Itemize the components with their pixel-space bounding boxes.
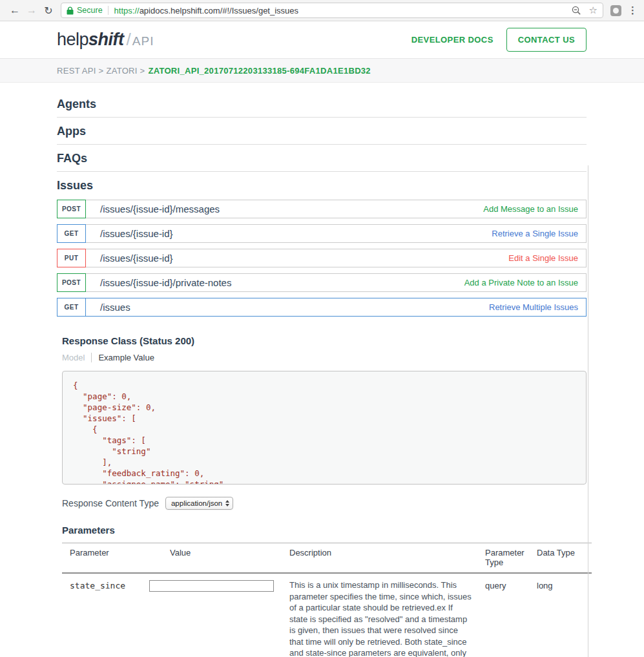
example-json-block[interactable]: { "page": 0, "page-size": 0, "issues": [… <box>62 371 587 485</box>
header-parameter: Parameter <box>62 548 149 567</box>
param-type: query <box>479 579 529 657</box>
response-content-type-select[interactable]: application/json <box>165 497 233 510</box>
select-stepper-icon <box>225 500 229 506</box>
section-apps: Apps <box>57 125 587 145</box>
section-title-agents[interactable]: Agents <box>57 98 587 111</box>
endpoint-get-issues[interactable]: GET /issues Retrieve Multiple Issues <box>57 298 587 317</box>
header-parameter-type: Parameter Type <box>479 548 529 567</box>
endpoint-summary-link[interactable]: Retrieve Multiple Issues <box>489 302 578 312</box>
extension-icon[interactable] <box>610 5 621 16</box>
breadcrumb-current-link[interactable]: ZATORI_API_20170712203133185-694FA1DA1E1… <box>148 66 370 76</box>
section-divider <box>57 117 587 118</box>
expanded-operation: Response Class (Status 200) Model Exampl… <box>57 322 587 657</box>
param-data-type: long <box>529 579 592 657</box>
header-data-type: Data Type <box>529 548 592 567</box>
url-text[interactable]: https://apidocs.helpshift.com/#!/Issues/… <box>114 6 298 16</box>
param-description: This is a unix timestamp in milliseconds… <box>282 579 479 657</box>
logo-shift-text: shift <box>88 30 124 50</box>
section-title-apps[interactable]: Apps <box>57 125 587 138</box>
endpoint-summary-link[interactable]: Add a Private Note to an Issue <box>464 278 578 287</box>
helpshift-logo[interactable]: helpshift/API <box>57 30 154 50</box>
header-value: Value <box>149 548 282 567</box>
logo-api-text: API <box>132 34 154 48</box>
endpoint-path: /issues/{issue-id} <box>100 228 173 239</box>
endpoint-path: /issues/{issue-id}/messages <box>100 203 220 214</box>
tab-example-value[interactable]: Example Value <box>98 353 154 362</box>
developer-docs-link[interactable]: DEVELOPER DOCS <box>411 35 493 45</box>
breadcrumb: REST API > ZATORI > ZATORI_API_201707122… <box>0 59 644 83</box>
method-badge-put: PUT <box>57 249 86 267</box>
section-faqs: FAQs <box>57 152 587 172</box>
site-header: helpshift/API DEVELOPER DOCS CONTACT US <box>0 21 644 59</box>
response-content-type-label: Response Content Type <box>62 498 159 508</box>
endpoint-path: /issues <box>100 302 130 313</box>
response-tabs: Model Example Value <box>62 353 587 362</box>
response-content-type-row: Response Content Type application/json <box>62 497 587 510</box>
url-scheme: https:// <box>114 6 140 16</box>
header-description: Description <box>282 548 479 567</box>
bookmark-star-icon[interactable]: ☆ <box>589 5 597 16</box>
section-issues: Issues <box>57 179 587 193</box>
endpoint-put-single-issue[interactable]: PUT /issues/{issue-id} Edit a Single Iss… <box>57 249 587 267</box>
section-title-faqs[interactable]: FAQs <box>57 152 587 165</box>
method-badge-get: GET <box>57 224 86 243</box>
endpoint-summary-link[interactable]: Edit a Single Issue <box>508 253 578 263</box>
breadcrumb-prefix: REST API > ZATORI > <box>57 66 145 76</box>
endpoint-post-messages[interactable]: POST /issues/{issue-id}/messages Add Mes… <box>57 200 587 218</box>
zoom-out-icon[interactable] <box>572 6 581 16</box>
section-divider <box>57 171 587 172</box>
section-agents: Agents <box>57 83 587 118</box>
contact-us-button[interactable]: CONTACT US <box>506 28 587 52</box>
browser-menu-icon[interactable]: ⋮ <box>628 5 638 16</box>
tab-divider <box>91 353 92 362</box>
section-title-issues[interactable]: Issues <box>57 179 587 193</box>
endpoint-get-single-issue[interactable]: GET /issues/{issue-id} Retrieve a Single… <box>57 224 587 243</box>
endpoint-path: /issues/{issue-id}/private-notes <box>100 277 231 288</box>
state-since-value-input[interactable] <box>149 580 274 592</box>
method-badge-post: POST <box>57 273 86 292</box>
endpoint-summary-link[interactable]: Retrieve a Single Issue <box>492 229 578 238</box>
main-content: Agents Apps FAQs Issues POST /issues/{is… <box>0 83 644 657</box>
omnibox-divider <box>108 6 109 15</box>
response-class-title: Response Class (Status 200) <box>62 335 587 346</box>
endpoint-post-private-notes[interactable]: POST /issues/{issue-id}/private-notes Ad… <box>57 273 587 292</box>
parameters-title: Parameters <box>62 525 587 536</box>
logo-slash: / <box>127 30 131 50</box>
section-divider <box>57 144 587 145</box>
method-badge-get: GET <box>57 298 86 317</box>
logo-help-text: help <box>57 30 88 50</box>
response-content-type-value: application/json <box>171 499 222 507</box>
table-row: state_since This is a unix timestamp in … <box>62 574 592 657</box>
browser-toolbar: ← → ↻ Secure https://apidocs.helpshift.c… <box>0 0 644 21</box>
secure-label: Secure <box>77 6 103 15</box>
param-name-state-since: state_since <box>62 579 149 657</box>
endpoint-summary-link[interactable]: Add Message to an Issue <box>483 204 578 214</box>
url-bar[interactable]: Secure https://apidocs.helpshift.com/#!/… <box>61 3 603 18</box>
url-rest: apidocs.helpshift.com/#!/Issues/get_issu… <box>140 6 298 16</box>
parameters-table-header: Parameter Value Description Parameter Ty… <box>62 543 592 574</box>
method-badge-post: POST <box>57 200 86 218</box>
tab-model[interactable]: Model <box>62 353 85 362</box>
lock-icon <box>67 6 74 15</box>
reload-icon[interactable]: ↻ <box>40 5 57 17</box>
content-right-rule <box>588 165 588 657</box>
forward-icon[interactable]: → <box>23 5 40 16</box>
parameters-table: Parameter Value Description Parameter Ty… <box>62 543 592 657</box>
back-icon[interactable]: ← <box>6 5 23 16</box>
endpoint-path: /issues/{issue-id} <box>100 253 173 264</box>
